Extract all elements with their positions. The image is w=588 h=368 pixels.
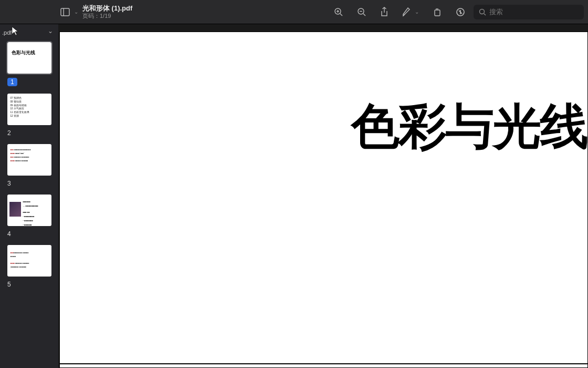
thumbnail-5[interactable]: ■■■■■■■■■■■ ■■■■■ ■■■■■ ■■■■ ■■■■■■ ■■■■… <box>4 245 54 288</box>
thumbnail-number: 3 <box>7 180 54 187</box>
rotate-button[interactable] <box>433 7 442 17</box>
zoom-in-button[interactable] <box>334 7 343 17</box>
zoom-out-button[interactable] <box>357 7 366 17</box>
thumbnail-number: 1 <box>7 78 17 86</box>
chevron-down-icon: ⌄ <box>415 9 419 15</box>
document-title: 光和形体 (1).pdf <box>82 4 132 13</box>
thumbnail-sidebar: .pdf ⌄ 色彩与光线 1 07 预调色 08 视知觉 09 表面与特效 <box>0 24 58 368</box>
svg-rect-0 <box>61 8 69 16</box>
thumbnail-2[interactable]: 07 预调色 08 视知觉 09 表面与特效 10 大气效应 11 色彩变化效果… <box>4 94 54 137</box>
page-heading: 色彩与光线 <box>351 94 587 159</box>
document-viewport[interactable]: 色彩与光线 <box>58 24 588 368</box>
page-1: 色彩与光线 <box>59 32 588 368</box>
cursor-icon <box>12 26 19 36</box>
thumbnail-number: 5 <box>7 281 54 288</box>
chevron-down-icon: ⌄ <box>74 9 78 15</box>
search-icon <box>479 8 486 16</box>
title-block: 光和形体 (1).pdf 页码：1/19 <box>82 4 132 19</box>
svg-line-13 <box>484 14 486 15</box>
svg-line-7 <box>363 14 365 16</box>
highlight-button[interactable] <box>456 7 465 17</box>
thumbnail-number: 4 <box>7 230 54 238</box>
thumbnail-number: 2 <box>7 129 54 137</box>
search-input[interactable] <box>489 8 579 16</box>
page-indicator: 页码：1/19 <box>82 13 132 19</box>
thumbnail-4[interactable]: ■■■■■■ — ■■■■■■■■■■ ■■■ ■■ • ■■■■■■■■ • … <box>4 195 54 238</box>
toolbar: ⌄ 光和形体 (1).pdf 页码：1/19 <box>0 0 588 24</box>
svg-point-12 <box>480 9 485 14</box>
thumbnail-3[interactable]: ■■■ ■■■■■■■■■■■■■■■ ■■■■ ■■■■"■■■" ■■■ ■… <box>4 144 54 187</box>
share-button[interactable] <box>380 7 388 17</box>
sidebar-toggle-button[interactable]: ⌄ <box>58 6 80 18</box>
markup-button[interactable]: ⌄ <box>402 7 419 17</box>
search-field[interactable] <box>474 5 584 19</box>
sidebar-ext-label: .pdf <box>2 29 12 36</box>
svg-line-3 <box>340 14 342 16</box>
chevron-down-icon[interactable]: ⌄ <box>48 27 53 35</box>
svg-rect-10 <box>435 10 440 16</box>
thumbnail-1[interactable]: 色彩与光线 1 <box>4 42 54 86</box>
